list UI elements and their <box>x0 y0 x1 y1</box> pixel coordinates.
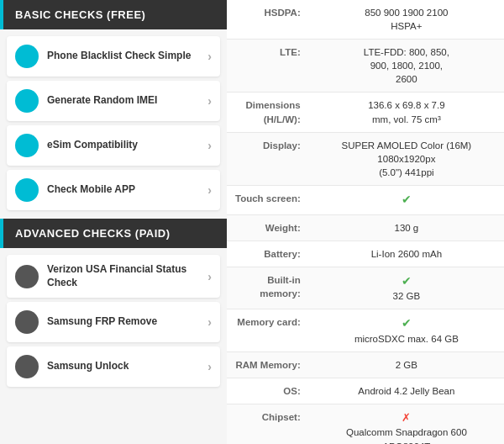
table-row: Weight: 130 g <box>227 214 504 240</box>
menu-item-samsung-frp[interactable]: Samsung FRP Remove › <box>7 302 220 342</box>
row-value: 130 g <box>309 214 504 240</box>
row-value: ✔32 GB <box>309 267 504 309</box>
check-mark-icon: ✔ <box>402 316 412 330</box>
menu-label: eSim Compatibility <box>47 139 207 152</box>
circle-icon-dark <box>15 355 39 378</box>
check-mark-icon: ✔ <box>402 193 412 206</box>
row-value: Android 4.2 Jelly Bean <box>309 378 504 404</box>
menu-item-check-app[interactable]: Check Mobile APP › <box>7 170 220 210</box>
row-value: 2 GB <box>309 352 504 378</box>
row-label: Chipset: <box>227 404 309 444</box>
row-label: Memory card: <box>227 309 309 352</box>
circle-icon-cyan <box>15 178 39 202</box>
row-label: Dimensions(H/L/W): <box>227 92 309 132</box>
row-label: LTE: <box>227 40 309 92</box>
circle-icon-dark <box>15 265 39 288</box>
chevron-icon: › <box>207 94 212 108</box>
basic-section-header: BASIC CHECKS (FREE) <box>0 0 227 29</box>
row-label: Touch screen: <box>227 185 309 214</box>
chevron-icon: › <box>207 183 212 197</box>
menu-label: Check Mobile APP <box>47 183 207 197</box>
left-panel: BASIC CHECKS (FREE) Phone Blacklist Chec… <box>0 0 227 444</box>
menu-label: Samsung FRP Remove <box>47 315 207 329</box>
table-row: OS: Android 4.2 Jelly Bean <box>227 378 504 404</box>
specs-table: HSDPA: 850 900 1900 2100HSPA+ LTE: LTE-F… <box>227 0 504 444</box>
table-row: Touch screen: ✔ <box>227 185 504 214</box>
circle-icon-cyan <box>15 89 39 113</box>
basic-items-list: Phone Blacklist Check Simple › Generate … <box>0 36 227 210</box>
row-value: Li-Ion 2600 mAh <box>309 240 504 267</box>
row-value: LTE-FDD: 800, 850,900, 1800, 2100,2600 <box>309 40 504 92</box>
menu-item-generate-imei[interactable]: Generate Random IMEI › <box>7 81 220 121</box>
menu-item-esim[interactable]: eSim Compatibility › <box>7 125 220 166</box>
menu-label: Samsung Unlock <box>47 360 207 373</box>
row-value: ✗Qualcomm Snapdragon 600APQ8064T <box>309 404 504 444</box>
chevron-icon: › <box>207 270 212 283</box>
right-panel: HSDPA: 850 900 1900 2100HSPA+ LTE: LTE-F… <box>227 0 504 444</box>
menu-label: Generate Random IMEI <box>47 94 207 108</box>
table-row: Memory card: ✔microSDXC max. 64 GB <box>227 309 504 352</box>
table-row: LTE: LTE-FDD: 800, 850,900, 1800, 2100,2… <box>227 40 504 92</box>
table-row: Built-inmemory: ✔32 GB <box>227 267 504 309</box>
menu-item-verizon[interactable]: Verizon USA Financial Status Check › <box>7 255 220 298</box>
table-row: Battery: Li-Ion 2600 mAh <box>227 240 504 267</box>
advanced-section: ADVANCED CHECKS (PAID) Verizon USA Finan… <box>0 219 227 387</box>
menu-item-samsung-unlock[interactable]: Samsung Unlock › <box>7 346 220 387</box>
circle-icon-cyan <box>15 134 39 157</box>
row-label: Weight: <box>227 214 309 240</box>
row-value: 850 900 1900 2100HSPA+ <box>309 0 504 40</box>
row-value: 136.6 x 69.8 x 7.9mm, vol. 75 cm³ <box>309 92 504 132</box>
menu-item-phone-blacklist[interactable]: Phone Blacklist Check Simple › <box>7 36 220 77</box>
chevron-icon: › <box>207 360 212 373</box>
chevron-icon: › <box>207 50 212 63</box>
table-row: HSDPA: 850 900 1900 2100HSPA+ <box>227 0 504 40</box>
table-row: Dimensions(H/L/W): 136.6 x 69.8 x 7.9mm,… <box>227 92 504 132</box>
check-mark-icon: ✔ <box>402 274 412 288</box>
chevron-icon: › <box>207 139 212 152</box>
cross-mark-icon: ✗ <box>402 411 411 424</box>
row-label: HSDPA: <box>227 0 309 40</box>
row-label: Display: <box>227 132 309 185</box>
advanced-section-header: ADVANCED CHECKS (PAID) <box>0 219 227 248</box>
row-label: Built-inmemory: <box>227 267 309 309</box>
row-label: OS: <box>227 378 309 404</box>
table-row: RAM Memory: 2 GB <box>227 352 504 378</box>
circle-icon-dark <box>15 310 39 334</box>
table-row: Chipset: ✗Qualcomm Snapdragon 600APQ8064… <box>227 404 504 444</box>
row-value: SUPER AMOLED Color (16M)1080x1920px(5.0"… <box>309 132 504 185</box>
menu-label: Verizon USA Financial Status Check <box>47 263 207 289</box>
chevron-icon: › <box>207 315 212 329</box>
row-label: RAM Memory: <box>227 352 309 378</box>
circle-icon-cyan <box>15 45 39 68</box>
row-label: Battery: <box>227 240 309 267</box>
row-value: ✔ <box>309 185 504 214</box>
row-value: ✔microSDXC max. 64 GB <box>309 309 504 352</box>
table-row: Display: SUPER AMOLED Color (16M)1080x19… <box>227 132 504 185</box>
menu-label: Phone Blacklist Check Simple <box>47 50 207 63</box>
